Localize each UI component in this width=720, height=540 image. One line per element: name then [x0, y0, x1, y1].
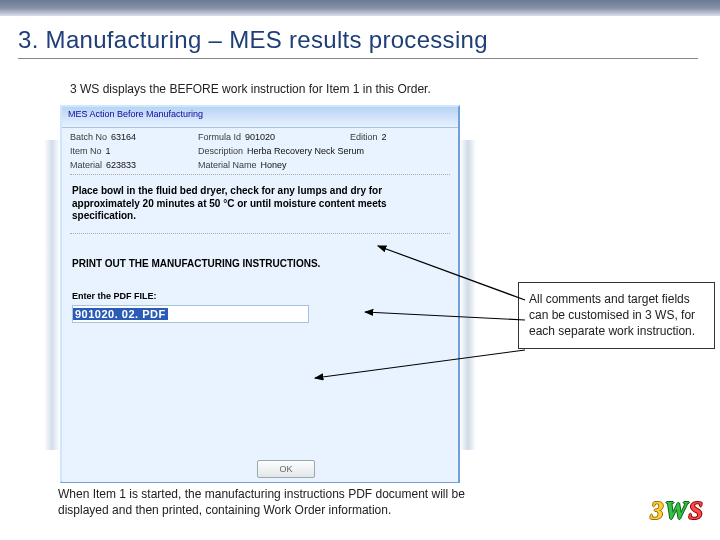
description-value: Herba Recovery Neck Serum — [247, 146, 364, 156]
work-instruction-text: Place bowl in the fluid bed dryer, check… — [62, 179, 458, 229]
batch-no-value: 63164 — [111, 132, 136, 142]
logo-w: W — [664, 496, 688, 525]
mes-window-titlebar: MES Action Before Manufacturing — [62, 107, 458, 128]
mes-window-body: Batch No 63164 Formula Id 901020 Edition… — [62, 128, 458, 482]
annotation-text: All comments and target fields can be cu… — [529, 292, 695, 338]
item-no-label: Item No — [70, 146, 102, 156]
separator-2 — [70, 233, 450, 234]
enter-pdf-label: Enter the PDF FILE: — [62, 271, 458, 303]
logo-s: S — [689, 496, 704, 525]
title-underline — [18, 58, 698, 59]
batch-no-label: Batch No — [70, 132, 107, 142]
fields-row-2: Item No 1 Description Herba Recovery Nec… — [62, 142, 458, 156]
material-name-value: Honey — [261, 160, 287, 170]
description-label: Description — [198, 146, 243, 156]
fields-row-3: Material 623833 Material Name Honey — [62, 156, 458, 170]
fields-row-1: Batch No 63164 Formula Id 901020 Edition… — [62, 128, 458, 142]
pdf-file-value: 901020. 02. PDF — [73, 308, 168, 320]
formula-id-label: Formula Id — [198, 132, 241, 142]
right-gutter-decor — [460, 140, 476, 450]
logo-3ws: 3WS — [650, 496, 704, 526]
annotation-callout: All comments and target fields can be cu… — [518, 282, 715, 349]
ok-button[interactable]: OK — [257, 460, 315, 478]
material-name-label: Material Name — [198, 160, 257, 170]
top-gradient — [0, 0, 720, 16]
slide-title: 3. Manufacturing – MES results processin… — [18, 26, 698, 54]
mes-window: MES Action Before Manufacturing Batch No… — [60, 105, 460, 483]
ok-button-label: OK — [279, 464, 292, 474]
slide-caption: 3 WS displays the BEFORE work instructio… — [70, 82, 431, 96]
edition-value: 2 — [382, 132, 387, 142]
material-label: Material — [70, 160, 102, 170]
title-block: 3. Manufacturing – MES results processin… — [18, 26, 698, 59]
left-gutter-decor — [44, 140, 60, 450]
material-value: 623833 — [106, 160, 136, 170]
logo-3: 3 — [650, 496, 664, 525]
slide: 3. Manufacturing – MES results processin… — [0, 0, 720, 540]
pdf-file-input[interactable]: 901020. 02. PDF — [72, 305, 309, 323]
separator-1 — [70, 174, 450, 175]
edition-label: Edition — [350, 132, 378, 142]
item-no-value: 1 — [106, 146, 111, 156]
print-instruction-text: PRINT OUT THE MANUFACTURING INSTRUCTIONS… — [62, 256, 458, 271]
bottom-note: When Item 1 is started, the manufacturin… — [52, 483, 484, 522]
formula-id-value: 901020 — [245, 132, 275, 142]
